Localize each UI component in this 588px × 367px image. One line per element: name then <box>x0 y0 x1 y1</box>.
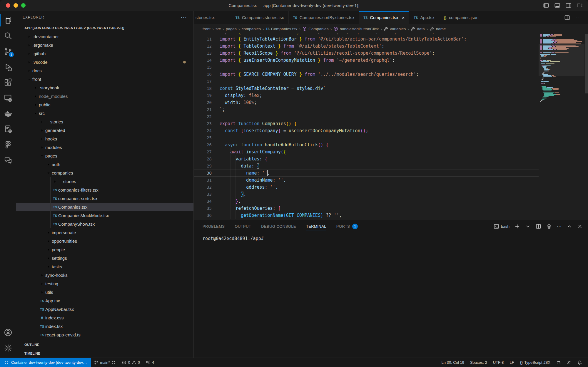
tree-folder--stories-[interactable]: __stories__ <box>16 118 193 126</box>
tree-folder-companies[interactable]: companies <box>16 169 193 177</box>
explorer-more-actions-icon[interactable]: ··· <box>181 14 187 21</box>
panel-more-actions-icon[interactable]: ··· <box>557 224 562 229</box>
layout-sidebar-right-icon[interactable] <box>565 2 572 9</box>
minimap-viewport[interactable] <box>539 44 584 76</box>
layout-panel-icon[interactable] <box>554 2 560 9</box>
breadcrumb-item-companies[interactable]: companies <box>242 27 261 31</box>
tree-file-app-tsx[interactable]: TSApp.tsx <box>16 296 193 305</box>
minimap[interactable] <box>539 33 584 220</box>
panel-tab-ports[interactable]: PORTS1 <box>336 220 358 232</box>
workspace-section-header[interactable]: APP [CONTAINER DEV-TWENTY-DEV (DEV-TWENT… <box>16 24 193 32</box>
activity-item-accounts[interactable] <box>0 325 16 340</box>
statusbar-encoding[interactable]: UTF-8 <box>490 358 507 367</box>
breadcrumb-item-handleaddbuttonclick[interactable]: handleAddButtonClick <box>333 26 379 31</box>
tree-folder--vscode[interactable]: .vscode <box>16 58 193 66</box>
macos-close-button[interactable] <box>6 3 10 8</box>
tree-folder-sync-hooks[interactable]: sync-hooks <box>16 271 193 279</box>
tree-folder-people[interactable]: people <box>16 245 193 254</box>
macos-zoom-button[interactable] <box>21 3 26 8</box>
breadcrumb-item-pages[interactable]: pages <box>226 27 237 31</box>
close-panel-icon[interactable] <box>577 224 583 229</box>
tree-file-companies-filters-tsx[interactable]: TScompanies-filters.tsx <box>16 186 193 194</box>
tree-folder-generated[interactable]: generated <box>16 126 193 135</box>
terminal-dropdown-icon[interactable] <box>525 224 531 229</box>
macos-minimize-button[interactable] <box>14 3 18 8</box>
tree-folder-tasks[interactable]: tasks <box>16 262 193 271</box>
tab-companies-stories-tsx[interactable]: TSCompanies.stories.tsx <box>231 11 289 24</box>
tree-file-companies-tsx[interactable]: TSCompanies.tsx <box>16 203 193 211</box>
tab-companies-sortby-stories-tsx[interactable]: TSCompanies.sortBy.stories.tsx <box>289 11 359 24</box>
breadcrumb-item-name[interactable]: name <box>430 26 446 31</box>
tree-folder-public[interactable]: public <box>16 100 193 109</box>
breadcrumb-item-companies-tsx[interactable]: TSCompanies.tsx <box>266 27 297 31</box>
tree-folder-src[interactable]: src <box>16 109 193 118</box>
tree-folder--github[interactable]: .github <box>16 49 193 58</box>
activity-item-source-control[interactable]: 1 <box>0 43 16 59</box>
statusbar-eol[interactable]: LF <box>507 358 517 367</box>
tree-folder--stories-[interactable]: __stories__ <box>16 177 193 186</box>
activity-item-figma[interactable] <box>0 137 16 153</box>
statusbar-feedback[interactable] <box>564 358 574 367</box>
activity-item-run-debug[interactable] <box>0 59 16 75</box>
split-icon[interactable] <box>564 15 570 21</box>
tree-folder-opportunities[interactable]: opportunities <box>16 237 193 245</box>
outline-section[interactable]: OUTLINE <box>16 340 193 349</box>
tree-folder-node-modules[interactable]: node_modules <box>16 92 193 100</box>
statusbar-copilot[interactable] <box>553 358 564 367</box>
timeline-section[interactable]: TIMELINE <box>16 349 193 358</box>
maximize-panel-icon[interactable] <box>567 224 572 229</box>
breadcrumb-item-front[interactable]: front <box>203 27 211 31</box>
split-terminal-icon[interactable] <box>536 224 541 229</box>
tree-folder-pages[interactable]: pages <box>16 152 193 160</box>
breadcrumb-item-variables[interactable]: variables <box>384 26 406 31</box>
tree-folder-docs[interactable]: docs <box>16 66 193 75</box>
close-icon[interactable]: × <box>402 15 405 20</box>
tree-folder-testing[interactable]: testing <box>16 279 193 288</box>
tree-folder-auth[interactable]: auth <box>16 160 193 169</box>
activity-item-extensions[interactable] <box>0 75 16 90</box>
shell-selector[interactable]: bash <box>494 224 510 229</box>
statusbar-git-branch[interactable]: main* <box>91 358 119 367</box>
panel-tab-terminal[interactable]: TERMINAL <box>306 220 326 232</box>
tab-companies-tsx[interactable]: TSCompanies.tsx× <box>359 11 409 24</box>
activity-item-search[interactable] <box>0 28 16 43</box>
statusbar-problems[interactable]: 00 <box>119 358 143 367</box>
tree-folder-utils[interactable]: utils <box>16 288 193 296</box>
tree-folder--storybook[interactable]: .storybook <box>16 83 193 92</box>
activity-item-remote-explorer[interactable] <box>0 90 16 106</box>
statusbar-notifications[interactable] <box>574 358 585 367</box>
more-actions-icon[interactable]: ··· <box>576 15 582 21</box>
activity-item-chat[interactable] <box>0 153 16 168</box>
tree-file-index-tsx[interactable]: TSindex.tsx <box>16 322 193 331</box>
kill-terminal-icon[interactable] <box>546 224 552 229</box>
tree-file-appnavbar-tsx[interactable]: TSAppNavbar.tsx <box>16 305 193 314</box>
breadcrumb-item-companies[interactable]: Companies <box>302 26 328 31</box>
activity-item-container-tools[interactable] <box>0 121 16 137</box>
statusbar-ports-forwarded[interactable]: 4 <box>143 358 157 367</box>
remote-indicator[interactable]: Container dev-twenty-dev (dev-twenty-dev… <box>0 358 91 367</box>
tree-folder-front[interactable]: front <box>16 75 193 83</box>
tree-file-index-css[interactable]: #index.css <box>16 314 193 322</box>
tree-folder-modules[interactable]: modules <box>16 143 193 152</box>
panel-tab-debug-console[interactable]: DEBUG CONSOLE <box>261 220 296 232</box>
tree-folder-settings[interactable]: settings <box>16 254 193 262</box>
terminal-content[interactable]: root@0a42ecd84891:/app# <box>194 232 588 358</box>
tree-file-companiesmockmode-tsx[interactable]: TSCompaniesMockMode.tsx <box>16 211 193 220</box>
activity-item-explorer[interactable] <box>0 12 16 28</box>
statusbar-language-mode[interactable]: {}TypeScript JSX <box>517 358 553 367</box>
activity-item-docker[interactable] <box>0 106 16 121</box>
breadcrumb-item-data[interactable]: data <box>411 26 425 31</box>
tree-folder--devcontainer[interactable]: .devcontainer <box>16 32 193 41</box>
new-terminal-icon[interactable] <box>514 224 520 229</box>
tree-file-companies-sorts-tsx[interactable]: TScompanies-sorts.tsx <box>16 194 193 203</box>
breadcrumb-item-src[interactable]: src <box>216 27 221 31</box>
scrollbar-thumb[interactable] <box>585 34 588 93</box>
layout-sidebar-left-icon[interactable] <box>543 2 549 9</box>
tree-file-companyshow-tsx[interactable]: TSCompanyShow.tsx <box>16 220 193 228</box>
layout-customize-icon[interactable] <box>577 2 583 9</box>
vertical-scrollbar[interactable] <box>584 33 588 220</box>
tree-folder--ergomake[interactable]: .ergomake <box>16 41 193 49</box>
statusbar-cursor-position[interactable]: Ln 30, Col 19 <box>439 358 467 367</box>
panel-tab-problems[interactable]: PROBLEMS <box>203 220 225 232</box>
tree-folder-impersonate[interactable]: impersonate <box>16 228 193 237</box>
